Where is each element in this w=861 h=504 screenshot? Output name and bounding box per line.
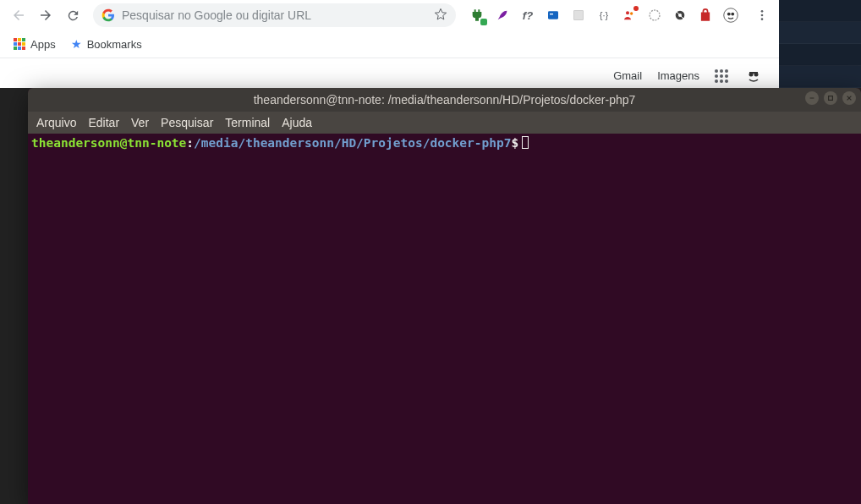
terminal-cursor xyxy=(522,136,529,149)
apps-grid-icon xyxy=(14,38,25,50)
menu-file[interactable]: Arquivo xyxy=(36,116,76,129)
chrome-menu-button[interactable] xyxy=(752,5,772,25)
extension-whatfont-icon[interactable]: f? xyxy=(520,8,535,23)
extension-people-icon[interactable] xyxy=(622,8,637,23)
menu-terminal[interactable]: Terminal xyxy=(225,116,270,129)
menu-search[interactable]: Pesquisar xyxy=(161,116,213,129)
menu-edit[interactable]: Editar xyxy=(88,116,119,129)
terminal-body[interactable]: theandersonn@tnn-note:/media/theanderson… xyxy=(28,134,861,504)
bookmark-star-icon[interactable] xyxy=(434,8,447,24)
svg-point-14 xyxy=(761,18,764,20)
terminal-menubar: Arquivo Editar Ver Pesquisar Terminal Aj… xyxy=(28,112,861,134)
chrome-window: f? {·} Apps ★ Bookmarks Gmail Imag xyxy=(0,0,779,88)
svg-rect-2 xyxy=(574,11,584,20)
close-button[interactable] xyxy=(842,91,856,105)
omnibox[interactable] xyxy=(93,3,456,27)
extension-card-icon[interactable] xyxy=(546,8,561,23)
account-avatar[interactable] xyxy=(743,66,764,86)
terminal-window: theandersonn@tnn-note: /media/theanderso… xyxy=(28,88,861,504)
apps-shortcut[interactable]: Apps xyxy=(14,38,56,51)
google-g-icon xyxy=(101,8,115,22)
minimize-button[interactable] xyxy=(805,91,819,105)
extension-square-icon[interactable] xyxy=(571,8,586,23)
extension-lens-icon[interactable] xyxy=(672,8,688,23)
terminal-title: theandersonn@tnn-note: /media/theanderso… xyxy=(254,93,636,107)
svg-rect-1 xyxy=(550,14,553,14)
svg-point-5 xyxy=(650,10,660,20)
gmail-link[interactable]: Gmail xyxy=(613,69,642,82)
forward-button[interactable] xyxy=(34,3,58,27)
svg-point-15 xyxy=(743,66,764,86)
omnibox-input[interactable] xyxy=(122,8,427,22)
svg-point-11 xyxy=(731,13,734,16)
images-link[interactable]: Imagens xyxy=(657,69,699,82)
extension-plug-icon[interactable] xyxy=(469,8,485,23)
profile-avatar-small[interactable] xyxy=(723,8,738,23)
extension-feather-icon[interactable] xyxy=(495,8,510,23)
menu-help[interactable]: Ajuda xyxy=(282,116,312,129)
extensions-row: f? {·} xyxy=(464,5,772,25)
chrome-toolbar: f? {·} xyxy=(0,0,779,30)
svg-point-12 xyxy=(761,10,764,13)
reload-button[interactable] xyxy=(61,3,85,27)
svg-point-9 xyxy=(724,8,738,23)
svg-rect-0 xyxy=(548,11,558,19)
bookmarks-bar: Apps ★ Bookmarks xyxy=(0,30,779,58)
extension-bag-icon[interactable] xyxy=(698,8,713,23)
svg-point-4 xyxy=(630,12,633,14)
svg-point-3 xyxy=(626,11,629,14)
terminal-titlebar[interactable]: theandersonn@tnn-note: /media/theanderso… xyxy=(28,88,861,112)
menu-view[interactable]: Ver xyxy=(131,116,149,129)
google-apps-icon[interactable] xyxy=(715,69,728,83)
svg-rect-18 xyxy=(749,72,758,74)
svg-rect-20 xyxy=(829,96,833,101)
background-app-strip xyxy=(779,0,861,88)
maximize-button[interactable] xyxy=(824,91,837,105)
bookmarks-label: Bookmarks xyxy=(87,38,142,51)
prompt-path: /media/theandersonn/HD/Projetos/docker-p… xyxy=(194,136,511,150)
apps-label: Apps xyxy=(30,38,56,51)
svg-point-10 xyxy=(727,13,731,16)
extension-braces-icon[interactable]: {·} xyxy=(596,8,611,23)
prompt-dollar: $ xyxy=(511,136,518,150)
chrome-page-header: Gmail Imagens xyxy=(0,58,779,88)
back-button[interactable] xyxy=(7,3,30,27)
svg-point-13 xyxy=(761,14,764,17)
prompt-user-host: theandersonn@tnn-note xyxy=(31,136,186,150)
bookmarks-shortcut[interactable]: ★ Bookmarks xyxy=(71,37,142,51)
extension-circle-icon[interactable] xyxy=(647,8,662,23)
prompt-colon: : xyxy=(186,136,194,150)
star-icon: ★ xyxy=(71,37,82,51)
